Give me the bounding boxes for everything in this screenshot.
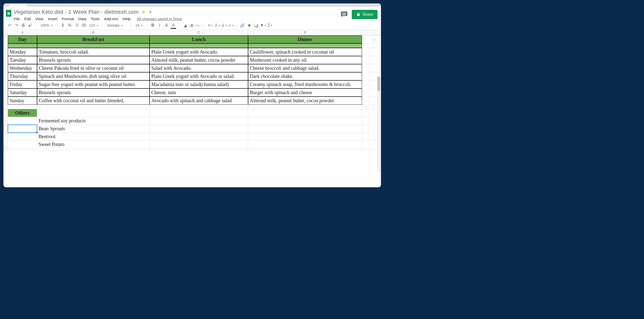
cell-other[interactable]: Fermented soy products	[37, 117, 150, 125]
cell-lunch[interactable]: Plain Greek yogurt with Avocado or salad…	[150, 72, 248, 80]
row-header[interactable]	[4, 125, 8, 133]
cell[interactable]	[150, 125, 248, 133]
col-header-b[interactable]: B	[37, 30, 150, 35]
cell-breakfast[interactable]: Sugar-free yogurt with peanut with peanu…	[37, 80, 150, 89]
cell-dinner[interactable]: Creamy spinach soup, fried mushrooms & b…	[248, 80, 362, 89]
col-header-a[interactable]: A	[8, 30, 37, 35]
cell[interactable]	[362, 141, 379, 148]
menu-help[interactable]: Help	[123, 17, 131, 21]
cell-day[interactable]: Sunday	[8, 97, 37, 105]
row-header[interactable]	[4, 64, 8, 72]
italic-icon[interactable]: I	[157, 23, 162, 28]
menu-tools[interactable]: Tools	[91, 17, 100, 21]
print-icon[interactable]: 🖶	[21, 23, 26, 28]
cell[interactable]	[8, 141, 37, 148]
spreadsheet-grid[interactable]: A B C D Day BreakFast Lunch Dinner	[4, 30, 381, 174]
header-breakfast[interactable]: BreakFast	[37, 35, 150, 44]
cell-dinner[interactable]: Cheese broccoli and cabbage salad.	[248, 64, 362, 72]
text-color-icon[interactable]: A	[171, 23, 176, 28]
cell[interactable]	[362, 56, 379, 64]
cell-lunch[interactable]: Avocado with spinach and cabbage salad	[150, 97, 248, 105]
wrap-icon[interactable]: ↲	[221, 23, 227, 28]
col-header-c[interactable]: C	[150, 30, 248, 35]
row-header[interactable]	[4, 97, 8, 105]
cell[interactable]	[362, 48, 379, 56]
menu-addons[interactable]: Add-ons	[104, 17, 118, 21]
cell[interactable]	[362, 64, 379, 72]
row-header[interactable]	[4, 89, 8, 97]
scrollbar-thumb[interactable]	[378, 76, 380, 91]
cell[interactable]	[362, 89, 379, 97]
zoom-select[interactable]: 100%	[39, 23, 54, 27]
row-header[interactable]	[4, 56, 8, 64]
col-header-d[interactable]: D	[248, 30, 362, 35]
cell[interactable]	[362, 117, 379, 125]
paint-format-icon[interactable]: 🖌	[28, 23, 33, 28]
increase-decimal-icon[interactable]: .00	[81, 23, 86, 28]
v-align-icon[interactable]: ↧	[214, 23, 220, 28]
cell-dinner[interactable]: Mushroom cooked in any oil	[248, 56, 362, 64]
bold-icon[interactable]: B	[150, 23, 156, 28]
save-status[interactable]: All changes saved in Drive	[137, 17, 182, 21]
share-button[interactable]: Share	[352, 10, 378, 19]
cell-breakfast[interactable]: Cheese Pakoda fried in olive or coconut …	[37, 64, 150, 72]
cell[interactable]	[8, 125, 37, 133]
cell-breakfast[interactable]: Tomatoes, broccoli salad.	[37, 48, 150, 56]
cell-breakfast[interactable]: Coffee with coconut oil and butter blend…	[37, 97, 150, 105]
menu-data[interactable]: Data	[78, 17, 86, 21]
header-dinner[interactable]: Dinner	[248, 35, 362, 44]
cell-dinner[interactable]: Dark chocolate shake.	[248, 72, 362, 80]
merge-icon[interactable]: ⇥⇤	[196, 23, 202, 28]
select-all-corner[interactable]	[4, 30, 8, 35]
row-header[interactable]	[4, 72, 8, 80]
cell-other[interactable]: Sweet Potato	[37, 141, 150, 148]
menu-edit[interactable]: Edit	[24, 17, 31, 21]
strikethrough-icon[interactable]: S	[164, 23, 169, 28]
row-header[interactable]	[4, 133, 8, 141]
sheets-logo-icon[interactable]: ▦	[6, 10, 11, 17]
fill-color-icon[interactable]: ◢	[182, 23, 188, 28]
font-size[interactable]: 14	[134, 23, 144, 27]
cell[interactable]	[362, 133, 379, 141]
cell-day[interactable]: Friday	[8, 80, 37, 89]
cell-lunch[interactable]: Cheese, nuts	[150, 89, 248, 97]
cell-day[interactable]: Monday	[8, 48, 37, 56]
cell[interactable]	[362, 125, 379, 133]
percent-icon[interactable]: %	[67, 23, 72, 28]
number-format[interactable]: 123	[88, 23, 100, 27]
chart-icon[interactable]: 📊	[254, 23, 259, 28]
cell-dinner[interactable]: Cauliflower, spinach cooked in coconut o…	[248, 48, 362, 56]
document-title[interactable]: Vegetarian Keto diet - 1 Week Plan - die…	[14, 9, 138, 15]
cell[interactable]	[362, 80, 379, 89]
others-header[interactable]: Others	[8, 109, 37, 117]
comments-icon[interactable]	[341, 12, 347, 18]
cell[interactable]	[248, 117, 362, 125]
cell-breakfast[interactable]: Brussels sprouts	[37, 89, 150, 97]
row-header[interactable]	[4, 117, 8, 125]
active-tab[interactable]	[9, 4, 27, 7]
cell[interactable]	[362, 97, 379, 105]
cell[interactable]	[150, 133, 248, 141]
redo-icon[interactable]: ↷	[14, 23, 19, 28]
cell-breakfast[interactable]: Brussels sprouts	[37, 56, 150, 64]
cell-day[interactable]: Wednesday	[8, 64, 37, 72]
vertical-scrollbar[interactable]	[377, 76, 380, 172]
cell-dinner[interactable]: Almond milk, peanut butter, cocoa powder…	[248, 97, 362, 105]
cell[interactable]	[248, 141, 362, 148]
font-select[interactable]: Georgia	[106, 23, 128, 27]
cell[interactable]	[8, 133, 37, 141]
cell[interactable]	[8, 117, 37, 125]
cell-lunch[interactable]: Plain Greek yogurt with Avocado.	[150, 48, 248, 56]
decrease-decimal-icon[interactable]: .0	[74, 23, 79, 28]
col-header-e[interactable]	[362, 30, 379, 35]
cell[interactable]	[150, 141, 248, 148]
cell[interactable]	[362, 35, 379, 44]
cell-lunch[interactable]: Salad with Avocado.	[150, 64, 248, 72]
comment-icon[interactable]: ✚	[246, 23, 252, 28]
cell-lunch[interactable]: Macadamia nuts or salad(channa salad)	[150, 80, 248, 89]
currency-icon[interactable]: $	[60, 23, 66, 28]
functions-icon[interactable]: Σ	[267, 23, 273, 28]
undo-icon[interactable]: ↶	[7, 23, 12, 28]
row-header[interactable]	[4, 35, 8, 44]
cell-lunch[interactable]: Almond milk, peanut butter, cocoa powder	[150, 56, 248, 64]
